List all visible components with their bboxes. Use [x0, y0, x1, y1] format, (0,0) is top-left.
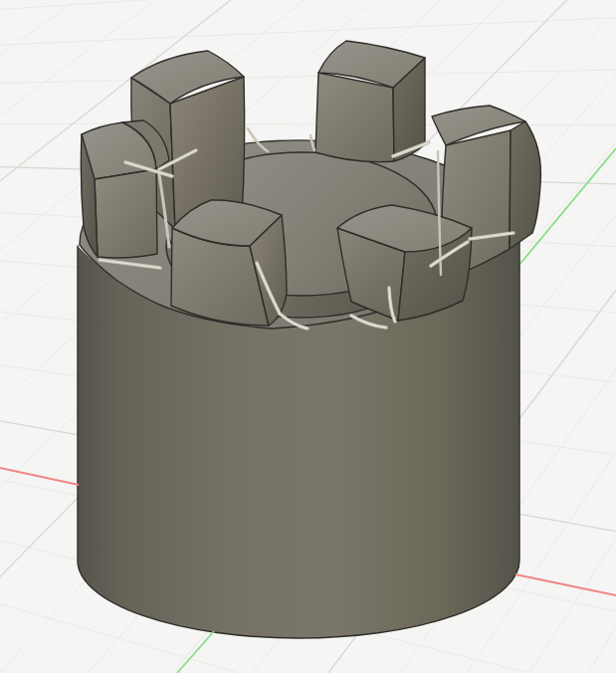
viewport-container: [0, 0, 616, 673]
tooth-2[interactable]: [315, 41, 425, 162]
tooth-2-front-face[interactable]: [315, 73, 394, 162]
tooth-6[interactable]: [337, 205, 472, 321]
tooth-4[interactable]: [81, 120, 169, 258]
tooth-5[interactable]: [171, 200, 287, 326]
tooth-4-front-face[interactable]: [95, 169, 157, 258]
viewport-canvas[interactable]: [0, 0, 616, 673]
